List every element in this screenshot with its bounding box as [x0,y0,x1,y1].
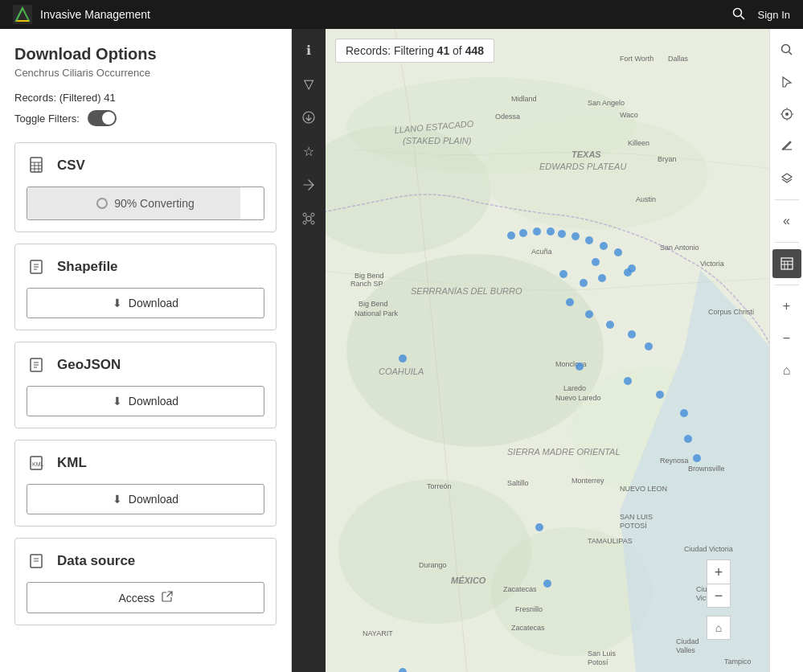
progress-circle-icon [96,198,108,209]
svg-text:Midland: Midland [511,95,537,103]
nav-left: Invasive Management [13,5,150,24]
toggle-filters-switch[interactable] [88,110,117,126]
collapse-panel-button[interactable]: « [772,207,801,236]
svg-text:KML: KML [32,461,44,467]
svg-point-96 [585,236,593,244]
svg-text:Monterrey: Monterrey [572,477,604,485]
svg-text:Ciudad: Ciudad [676,637,699,645]
svg-point-104 [566,298,574,306]
data-source-card: Data source Access [14,538,277,625]
app-logo [13,5,32,24]
svg-point-119 [628,264,636,272]
main-layout: Download Options Cenchrus Ciliaris Occur… [0,29,803,672]
data-source-header: Data source [27,550,264,572]
svg-text:Victoria: Victoria [700,260,724,268]
share-toolbar-button[interactable] [294,170,323,199]
svg-text:Ciudad Victoria: Ciudad Victoria [684,545,733,553]
svg-text:Torreón: Torreón [427,482,452,490]
table-view-button[interactable] [772,249,801,278]
svg-text:TAMAULIPAS: TAMAULIPAS [588,537,633,545]
svg-point-112 [656,391,664,399]
data-source-icon [27,550,49,572]
data-source-access-button[interactable]: Access [27,582,264,613]
nav-search-icon[interactable] [732,7,745,23]
svg-point-4 [733,8,741,16]
download-toolbar-button[interactable] [294,103,323,132]
svg-point-90 [507,232,515,240]
kml-header: KML KML [27,452,264,474]
shapefile-label: Shapefile [57,259,118,275]
map-area[interactable]: LLANO ESTACADO (STAKED PLAIN) EDWARDS PL… [326,29,769,672]
nav-signin-button[interactable]: Sign In [758,9,790,21]
toolbar-divider-3 [775,285,799,285]
zoom-out-button[interactable]: − [707,584,731,608]
svg-point-108 [645,342,653,350]
toggle-label: Toggle Filters: [14,113,80,125]
filtered-count: 41 [437,44,450,57]
svg-text:Reynosa: Reynosa [660,457,689,465]
svg-rect-6 [31,158,42,172]
svg-point-94 [558,230,566,238]
svg-point-114 [684,435,692,443]
svg-point-95 [572,232,580,240]
svg-point-110 [576,363,584,371]
svg-text:COAHUILA: COAHUILA [379,367,424,376]
svg-point-111 [624,377,632,385]
filter-toolbar-button[interactable]: ▽ [294,69,323,98]
home-button[interactable]: ⌂ [707,616,731,640]
svg-text:(STAKED PLAIN): (STAKED PLAIN) [403,136,472,145]
svg-point-26 [306,216,311,221]
location-tool-button[interactable] [772,100,801,129]
svg-text:Brownsville: Brownsville [688,465,725,473]
svg-text:Fresnillo: Fresnillo [515,605,543,613]
svg-text:EDWARDS PLATEAU: EDWARDS PLATEAU [539,162,626,171]
total-count: 448 [465,44,484,57]
svg-point-100 [559,270,567,278]
svg-point-28 [311,213,314,216]
svg-point-34 [483,117,708,230]
svg-text:Ranch SP: Ranch SP [350,280,383,288]
svg-text:Big Bend: Big Bend [354,272,384,280]
zoom-out-right-button[interactable]: − [772,324,801,353]
map-search-button[interactable] [772,35,801,64]
svg-text:Saltillo: Saltillo [507,479,529,487]
svg-point-106 [606,321,614,329]
svg-point-120 [781,45,789,53]
home-right-button[interactable]: ⌂ [772,356,801,385]
svg-text:Waco: Waco [620,111,638,119]
zoom-in-right-button[interactable]: + [772,292,801,321]
shapefile-download-button[interactable]: ⬇ Download [27,288,264,318]
svg-text:Austin: Austin [636,195,656,203]
svg-point-113 [680,409,688,417]
kml-label: KML [57,455,87,471]
star-toolbar-button[interactable]: ☆ [294,137,323,166]
toggle-row: Toggle Filters: [14,110,277,126]
svg-text:SAN LUIS: SAN LUIS [620,513,653,521]
kml-download-button[interactable]: ⬇ Download [27,484,264,514]
svg-text:Dallas: Dallas [668,55,689,63]
svg-point-115 [693,454,701,462]
layers-button[interactable] [772,164,801,193]
cluster-toolbar-button[interactable] [294,204,323,233]
data-source-label: Data source [57,553,135,569]
edit-tool-button[interactable] [772,132,801,161]
info-toolbar-button[interactable]: ℹ [294,35,323,64]
svg-point-102 [598,274,606,282]
svg-point-99 [592,258,600,266]
kml-card: KML KML ⬇ Download [14,440,277,527]
arrow-tool-button[interactable] [772,68,801,96]
svg-text:SERRRANÍAS DEL BURRO: SERRRANÍAS DEL BURRO [411,286,522,296]
svg-text:NUEVO LEON: NUEVO LEON [620,485,667,493]
svg-point-97 [600,242,608,250]
nav-right: Sign In [732,7,790,23]
geojson-header: GeoJSON [27,354,264,376]
svg-point-116 [543,580,551,588]
geojson-download-button[interactable]: ⬇ Download [27,386,264,416]
map-svg: LLANO ESTACADO (STAKED PLAIN) EDWARDS PL… [326,29,769,672]
records-info: Records: (Filtered) 41 [14,92,277,104]
zoom-in-button[interactable]: + [707,559,731,584]
svg-point-93 [547,227,555,236]
svg-text:Zacatecas: Zacatecas [503,585,537,593]
svg-text:San Luis: San Luis [588,649,617,658]
svg-point-27 [303,213,306,216]
